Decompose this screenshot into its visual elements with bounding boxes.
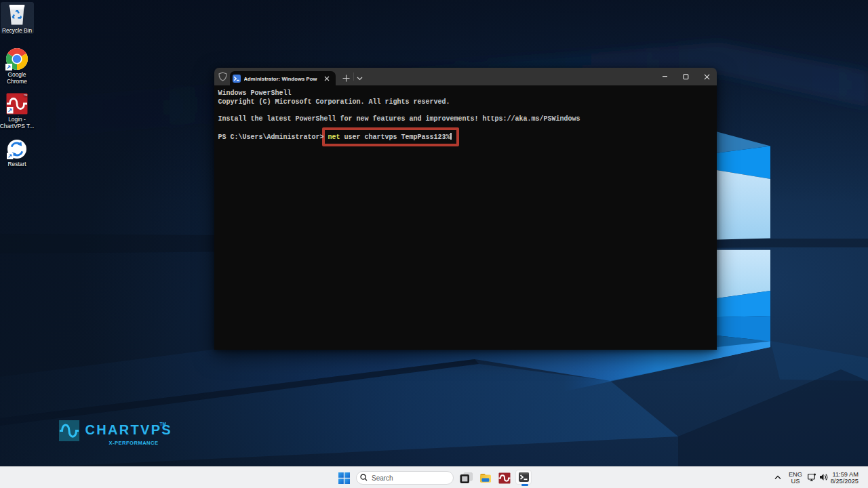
svg-text:TM: TM xyxy=(24,94,27,97)
